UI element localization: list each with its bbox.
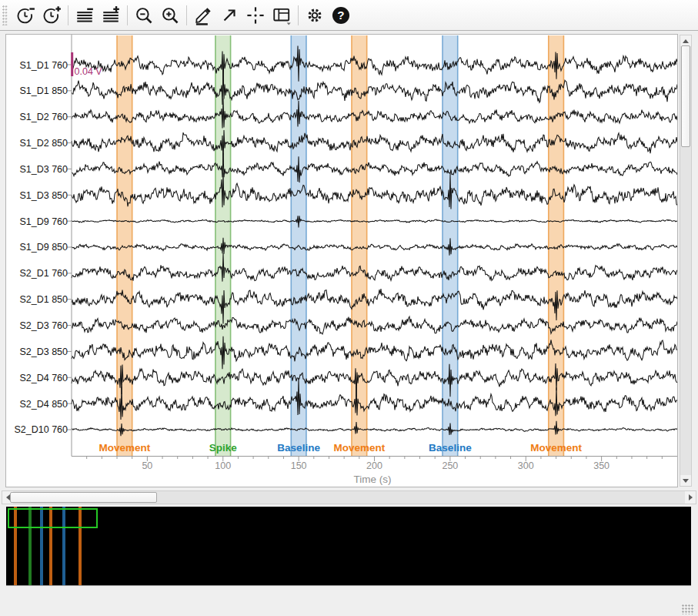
help-icon: ? [331, 5, 351, 25]
x-tick-label: 300 [518, 460, 534, 471]
channel-label[interactable]: S1_D9 760 [19, 216, 68, 227]
annotation-label: Movement [99, 442, 150, 454]
channel-label[interactable]: S1_D3 760 [19, 164, 68, 175]
scalebar-label: 0.04 V [75, 66, 103, 77]
scale-bar [71, 52, 73, 76]
crosshair-icon [245, 5, 266, 25]
increase-time-window-button[interactable] [38, 3, 65, 28]
overview-bar[interactable] [6, 507, 691, 586]
toolbar-separator [298, 5, 299, 25]
x-tick-label: 150 [291, 460, 307, 471]
signal-trace [72, 130, 677, 162]
decrease-channels-button[interactable] [72, 3, 98, 28]
channels-minus-icon [75, 5, 95, 25]
zoom-out-button[interactable] [131, 3, 157, 28]
annotation-region[interactable] [117, 35, 132, 457]
annotation-label: Baseline [277, 442, 320, 454]
annotation-label: Movement [530, 442, 582, 454]
signal-trace [72, 67, 677, 105]
vertical-scrollbar[interactable] [680, 35, 692, 487]
settings-button[interactable] [302, 3, 328, 28]
channel-label[interactable]: S1_D3 850 [19, 190, 68, 201]
zoom-in-icon [160, 5, 180, 25]
annotation-edge[interactable] [548, 35, 549, 457]
channel-label[interactable]: S2_D1 760 [19, 268, 68, 279]
annotation-edge[interactable] [306, 35, 307, 457]
zoom-out-icon [134, 5, 154, 25]
clock-minus-icon [15, 5, 35, 25]
up-arrow-icon [683, 39, 689, 43]
horizontal-scrollbar[interactable] [2, 490, 696, 504]
signal-trace [72, 46, 677, 85]
mne-browser-window: ? 50100150200250300350 S1_D1 760S1_D1 85… [0, 0, 698, 616]
scroll-up-button[interactable] [680, 35, 691, 46]
decrease-time-window-button[interactable] [12, 3, 38, 28]
pencil-underline-icon [193, 5, 213, 25]
signal-trace [72, 336, 677, 370]
channels-plus-icon [101, 5, 121, 25]
scroll-right-button[interactable] [685, 491, 696, 504]
channel-label[interactable]: S1_D1 760 [19, 60, 68, 71]
signal-trace [72, 316, 677, 334]
annotation-edge[interactable] [351, 35, 352, 457]
annotation-edge[interactable] [366, 35, 368, 457]
gear-icon [305, 5, 325, 25]
signal-trace [72, 99, 677, 129]
toolbar-drag-handle[interactable] [2, 5, 8, 25]
signal-trace [72, 421, 677, 436]
horizontal-scroll-handle[interactable] [10, 492, 157, 503]
window-resize-grip[interactable] [682, 604, 694, 614]
signal-trace [72, 363, 677, 397]
layout-table-icon [272, 5, 292, 25]
dropdown-caret-icon [287, 22, 291, 25]
channel-label[interactable]: S1_D9 850 [19, 242, 68, 253]
zoom-in-button[interactable] [157, 3, 183, 28]
annotation-mode-button[interactable] [190, 3, 216, 28]
signal-trace [72, 253, 677, 282]
vertical-scroll-handle[interactable] [681, 45, 690, 147]
channel-label[interactable]: S1_D2 850 [19, 138, 68, 149]
help-button[interactable]: ? [328, 3, 354, 28]
x-tick-label: 100 [215, 460, 231, 471]
toolbar-separator [186, 5, 187, 25]
channel-label[interactable]: S2_D3 760 [19, 320, 68, 331]
help-glyph: ? [337, 8, 344, 22]
signal-trace [72, 238, 677, 256]
annotation-edge[interactable] [290, 35, 292, 457]
toolbar-separator [127, 5, 128, 25]
annotation-edge[interactable] [215, 35, 216, 457]
x-tick-label: 350 [593, 460, 609, 471]
annotation-edge[interactable] [563, 35, 565, 457]
x-tick-label: 200 [366, 460, 382, 471]
signal-trace [72, 289, 677, 323]
annotation-label: Spike [209, 442, 238, 454]
xaxis-label: Time (s) [354, 474, 392, 485]
clock-plus-icon [42, 5, 62, 25]
channel-layout-button[interactable] [269, 3, 295, 28]
scroll-down-button[interactable] [680, 475, 691, 486]
signal-plot-area[interactable]: 50100150200250300350 S1_D1 760S1_D1 850S… [5, 34, 678, 487]
increase-channels-button[interactable] [98, 3, 124, 28]
annotation-label: Baseline [429, 442, 472, 454]
annotation-region[interactable] [352, 35, 367, 457]
toolbar-separator [68, 5, 68, 25]
channel-label[interactable]: S2_D10 760 [14, 424, 68, 435]
down-arrow-icon [683, 479, 689, 483]
signal-trace [72, 172, 677, 209]
pan-button[interactable] [216, 3, 242, 28]
annotation-edge[interactable] [116, 35, 118, 457]
channel-label[interactable]: S1_D1 850 [19, 85, 68, 96]
overview-view-rectangle[interactable] [8, 508, 98, 528]
channel-label[interactable]: S2_D1 850 [19, 294, 68, 305]
annotation-edge[interactable] [457, 35, 459, 457]
channel-label[interactable]: S2_D3 850 [19, 346, 68, 357]
signal-trace [72, 378, 677, 420]
x-tick-label: 250 [442, 460, 458, 471]
channel-label[interactable]: S2_D4 760 [19, 373, 68, 383]
channel-label[interactable]: S2_D4 850 [19, 399, 68, 410]
arrow-northeast-icon [219, 5, 239, 25]
annotation-label: Movement [333, 442, 385, 454]
x-tick-label: 50 [142, 460, 152, 471]
crosshair-button[interactable] [242, 3, 269, 28]
channel-label[interactable]: S1_D2 760 [19, 112, 68, 122]
